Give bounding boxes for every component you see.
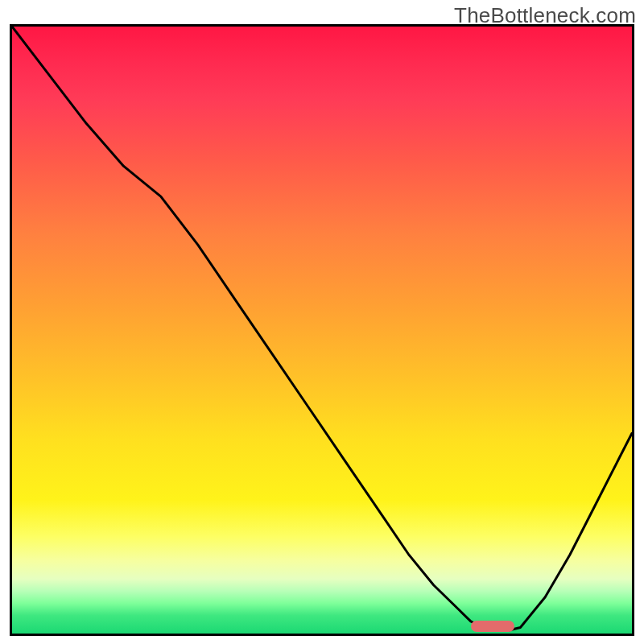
plot-area: [10, 24, 634, 636]
bottleneck-curve: [12, 27, 632, 634]
chart-frame: TheBottleneck.com: [0, 0, 644, 644]
optimal-range-marker: [471, 621, 514, 632]
watermark-text: TheBottleneck.com: [454, 3, 636, 28]
